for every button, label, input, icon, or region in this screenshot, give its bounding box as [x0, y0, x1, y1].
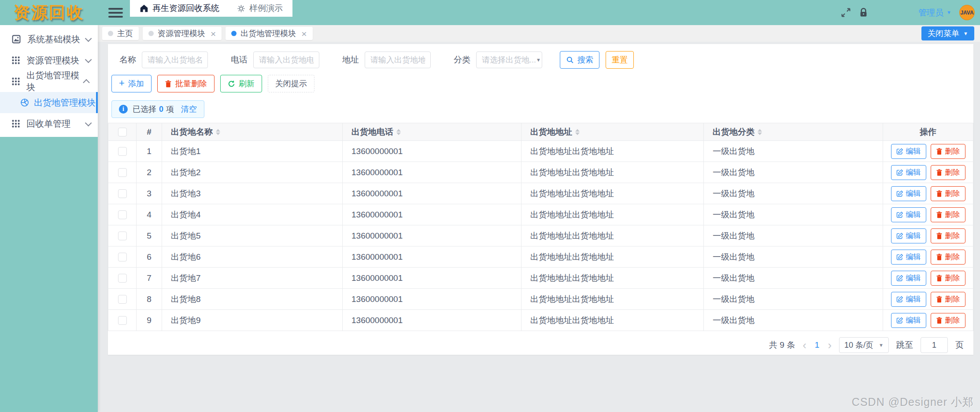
tab-close-icon[interactable]: ×	[301, 29, 307, 38]
address-input[interactable]	[365, 52, 431, 68]
table-row: 3 出货地3 13600000001 出货地地址出货地地址 一级出货地 编辑 删…	[108, 183, 973, 204]
row-name: 出货地8	[162, 289, 343, 310]
row-index: 6	[137, 246, 162, 268]
delete-button[interactable]: 删除	[931, 165, 965, 180]
row-address: 出货地地址出货地地址	[521, 204, 704, 225]
delete-button[interactable]: 删除	[931, 313, 965, 328]
row-category: 一级出货地	[704, 141, 883, 162]
row-checkbox[interactable]	[118, 189, 127, 198]
delete-button-label: 删除	[945, 146, 960, 156]
edit-button[interactable]: 编辑	[891, 144, 926, 159]
row-checkbox[interactable]	[118, 316, 127, 325]
prev-page-icon[interactable]: ‹	[802, 339, 806, 351]
close-tip-button[interactable]: 关闭提示	[268, 75, 314, 92]
delete-button[interactable]: 删除	[931, 207, 965, 222]
edit-button[interactable]: 编辑	[891, 207, 926, 222]
fullscreen-icon[interactable]	[841, 7, 851, 18]
delete-button[interactable]: 删除	[931, 250, 965, 265]
avatar[interactable]: JAVA	[959, 5, 975, 20]
col-address[interactable]: 出货地地址	[521, 123, 704, 141]
name-input[interactable]	[142, 52, 208, 68]
sidebar-subitem-label: 出货地管理模块	[34, 97, 96, 109]
row-checkbox[interactable]	[118, 232, 127, 240]
grid-icon	[12, 120, 20, 128]
col-name[interactable]: 出货地名称	[162, 123, 343, 141]
page-number[interactable]: 1	[814, 340, 821, 350]
row-checkbox[interactable]	[118, 168, 127, 177]
close-menu-button[interactable]: 关闭菜单 ▼	[921, 26, 974, 40]
top-nav: 再生资源回收系统 样例演示	[130, 0, 292, 17]
edit-button[interactable]: 编辑	[891, 313, 926, 328]
tab-close-icon[interactable]: ×	[211, 29, 216, 38]
delete-button[interactable]: 删除	[931, 292, 965, 307]
reset-button[interactable]: 重置	[606, 51, 634, 69]
brand-logo-text: 资源回收	[14, 2, 84, 24]
tab-shipping-module[interactable]: 出货地管理模块 ×	[226, 27, 312, 40]
tab-label: 资源管理模块	[158, 28, 205, 39]
tab-home[interactable]: 主页	[102, 27, 139, 40]
row-category: 一级出货地	[704, 183, 883, 204]
jump-page-input[interactable]	[921, 337, 948, 353]
edit-button[interactable]: 编辑	[891, 186, 926, 201]
add-button[interactable]: + 添加	[111, 75, 152, 92]
delete-button[interactable]: 删除	[931, 186, 965, 201]
sidebar-item-system-base[interactable]: 系统基础模块	[0, 29, 98, 50]
delete-button[interactable]: 删除	[931, 271, 965, 286]
sidebar-item-recycle-order[interactable]: 回收单管理	[0, 113, 98, 134]
sort-icon[interactable]	[216, 129, 220, 135]
col-phone[interactable]: 出货地电话	[343, 123, 521, 141]
row-name: 出货地3	[162, 183, 343, 204]
edit-button[interactable]: 编辑	[891, 271, 926, 286]
row-name: 出货地1	[162, 141, 343, 162]
sort-icon[interactable]	[396, 129, 401, 135]
delete-button-label: 删除	[945, 188, 960, 199]
row-checkbox[interactable]	[118, 210, 127, 219]
nav-item-demo[interactable]: 样例演示	[237, 3, 283, 14]
sidebar-subitem-shipping-active[interactable]: 出货地管理模块	[0, 92, 98, 113]
search-button[interactable]: 搜索	[560, 51, 599, 69]
row-address: 出货地地址出货地地址	[521, 162, 704, 183]
lock-icon[interactable]	[859, 7, 868, 18]
table-row: 5 出货地5 13600000001 出货地地址出货地地址 一级出货地 编辑 删…	[108, 225, 973, 246]
row-checkbox[interactable]	[118, 147, 127, 156]
table-row: 9 出货地9 13600000001 出货地地址出货地地址 一级出货地 编辑 删…	[108, 310, 973, 331]
select-all-checkbox[interactable]	[118, 128, 127, 136]
edit-button-label: 编辑	[906, 294, 921, 304]
sidebar-item-shipping[interactable]: 出货地管理模块	[0, 71, 98, 92]
edit-button-label: 编辑	[906, 252, 921, 262]
edit-button[interactable]: 编辑	[891, 250, 926, 265]
table-header-row: # 出货地名称 出货地电话 出货地地址 出货地分类 操作	[108, 123, 973, 141]
refresh-button[interactable]: 刷新	[220, 75, 262, 92]
sort-icon[interactable]	[575, 129, 580, 135]
next-page-icon[interactable]: ›	[828, 339, 832, 351]
tab-dot-icon	[148, 31, 154, 36]
phone-input[interactable]	[253, 52, 319, 68]
sort-icon[interactable]	[758, 129, 762, 135]
edit-button[interactable]: 编辑	[891, 292, 926, 307]
photos-icon	[12, 35, 21, 44]
sidebar: 系统基础模块 资源管理模块 出货地管理模块	[0, 25, 98, 412]
app-screen: 资源回收 再生资源回收系统 样例演示	[0, 0, 980, 412]
nav-item-system-home[interactable]: 再生资源回收系统	[140, 3, 219, 14]
sidebar-item-resource[interactable]: 资源管理模块	[0, 50, 98, 71]
hamburger-menu-icon[interactable]	[108, 6, 123, 20]
row-phone: 13600000001	[343, 183, 521, 204]
row-checkbox[interactable]	[118, 295, 127, 304]
tab-resource-module[interactable]: 资源管理模块 ×	[143, 27, 222, 40]
row-category: 一级出货地	[704, 162, 883, 183]
clear-selection-link[interactable]: 清空	[181, 104, 197, 114]
col-category[interactable]: 出货地分类	[704, 123, 883, 141]
category-select[interactable]: 请选择出货地... ▼	[476, 52, 542, 68]
delete-button[interactable]: 删除	[931, 144, 965, 159]
row-checkbox[interactable]	[118, 253, 127, 261]
delete-button[interactable]: 删除	[931, 228, 965, 243]
batch-delete-button[interactable]: 批量删除	[157, 75, 214, 92]
tab-label: 主页	[117, 28, 133, 39]
page-size-select[interactable]: 10 条/页 ▼	[839, 337, 889, 353]
tab-bar: 主页 资源管理模块 × 出货地管理模块 × 关闭菜单 ▼	[98, 25, 980, 42]
user-dropdown[interactable]: 管理员 ▼	[918, 7, 951, 18]
edit-button[interactable]: 编辑	[891, 165, 926, 180]
row-checkbox[interactable]	[118, 274, 127, 283]
edit-button-label: 编辑	[906, 210, 921, 220]
edit-button[interactable]: 编辑	[891, 228, 926, 243]
